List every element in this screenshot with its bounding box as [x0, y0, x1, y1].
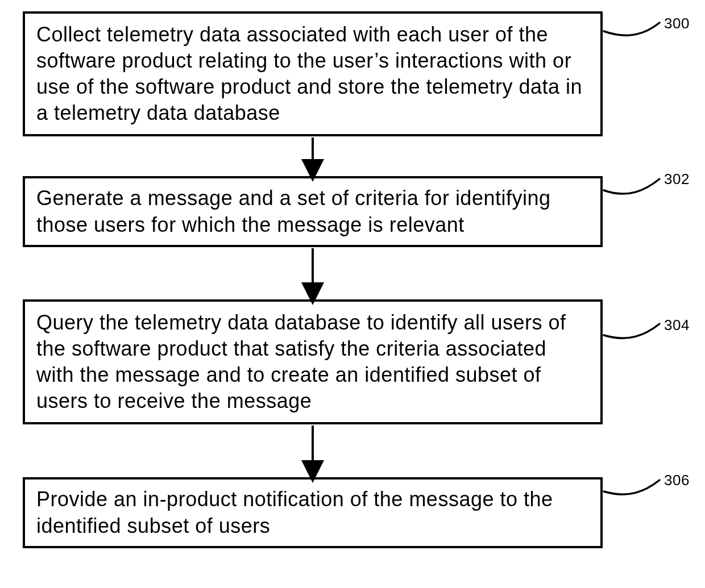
reference-leader: [604, 324, 660, 338]
reference-leader: [604, 480, 660, 494]
flowchart-step-300: Collect telemetry data associated with e…: [23, 11, 603, 136]
flowchart-step-text: Generate a message and a set of criteria…: [36, 185, 589, 237]
reference-label-302: 302: [664, 170, 690, 188]
flowchart-step-text: Collect telemetry data associated with e…: [36, 22, 589, 126]
reference-label-300: 300: [664, 15, 690, 32]
flowchart-step-302: Generate a message and a set of criteria…: [23, 176, 603, 247]
reference-leader: [604, 179, 660, 194]
flowchart-step-text: Provide an in-product notification of th…: [36, 486, 589, 539]
reference-label-306: 306: [664, 472, 690, 489]
flowchart-step-306: Provide an in-product notification of th…: [23, 477, 603, 548]
flowchart-step-304: Query the telemetry data database to ide…: [23, 299, 603, 424]
flowchart-step-text: Query the telemetry data database to ide…: [36, 310, 589, 414]
flowchart-canvas: Collect telemetry data associated with e…: [0, 0, 705, 588]
reference-label-304: 304: [664, 316, 690, 334]
reference-leader: [604, 23, 660, 35]
